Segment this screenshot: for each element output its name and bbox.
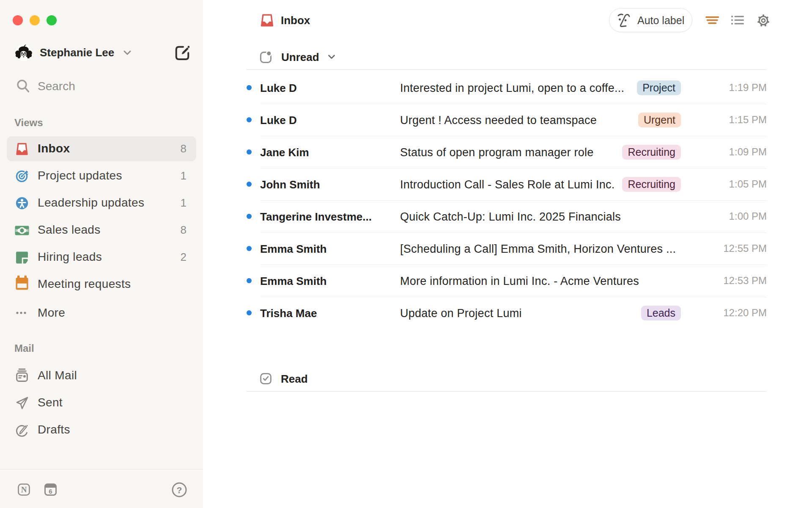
- svg-text:?: ?: [177, 485, 182, 495]
- svg-text:6: 6: [49, 488, 52, 495]
- svg-text:N: N: [21, 485, 27, 494]
